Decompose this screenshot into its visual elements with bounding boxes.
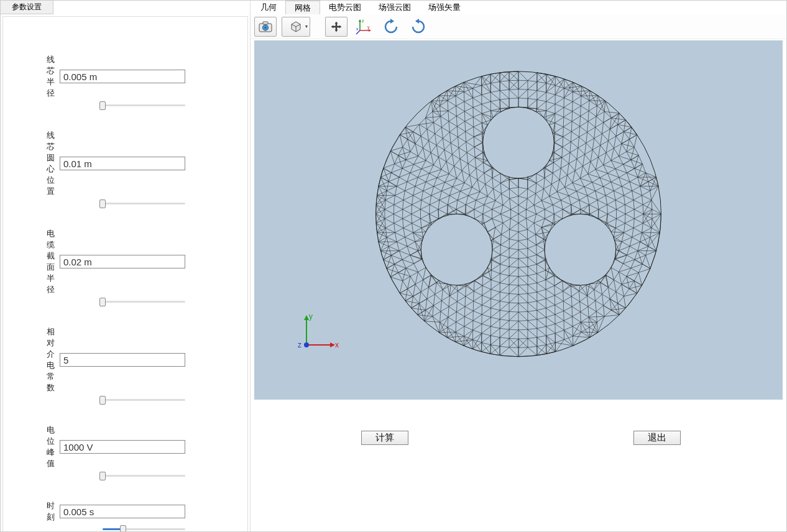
svg-text:z: z [362,19,364,23]
tab-3[interactable]: 场强云图 [370,1,420,14]
view-tabs: 几何网格电势云图场强云图场强矢量 [251,1,786,14]
param-input-2[interactable] [60,255,185,268]
param-row: 线芯圆心位置 [3,130,185,208]
param-input-0[interactable] [60,70,185,83]
svg-marker-22 [304,315,309,320]
param-row: 相对介电常数 [3,326,185,405]
param-slider-5[interactable] [103,525,185,532]
svg-point-24 [304,342,309,347]
viewport-toolbar: zyx [251,14,786,39]
param-input-3[interactable] [60,353,185,367]
param-input-4[interactable] [60,440,185,454]
param-slider-4[interactable] [103,472,185,480]
param-label: 电缆截面半径 [40,228,60,295]
param-input-1[interactable] [60,157,185,170]
main-panel: 几何网格电势云图场强云图场强矢量 zyx [251,1,786,531]
pan-button[interactable] [325,17,347,37]
param-label: 相对介电常数 [40,326,60,393]
svg-point-16 [545,214,616,285]
svg-marker-7 [369,29,371,32]
param-row: 线芯半径 [3,54,185,110]
params-panel: 线芯半径 线芯圆心位置 电缆截面半径 相对介电常数 [2,16,248,532]
tab-4[interactable]: 场强矢量 [420,1,469,14]
view-cube-button[interactable] [282,17,310,37]
svg-marker-5 [359,19,361,22]
camera-button[interactable] [254,17,277,37]
svg-text:y: y [309,313,313,321]
svg-point-3 [264,26,267,29]
svg-point-17 [421,214,492,285]
param-input-5[interactable] [60,505,185,518]
mesh-viewport[interactable]: x y z [254,40,783,400]
tab-1[interactable]: 网格 [285,1,320,14]
param-label: 时刻 [40,500,60,523]
param-slider-0[interactable] [103,101,185,110]
svg-text:y: y [367,25,370,30]
exit-button[interactable]: 退出 [633,431,681,445]
param-row: 电位峰值 [3,424,185,480]
sidebar: 参数设置 线芯半径 线芯圆心位置 电缆截面半径 [1,1,251,531]
param-row: 时刻 [3,500,185,532]
svg-text:x: x [335,341,339,349]
sidebar-tab-params[interactable]: 参数设置 [1,1,53,14]
svg-marker-13 [415,19,419,24]
tab-2[interactable]: 电势云图 [320,1,370,14]
svg-marker-12 [390,19,394,24]
svg-point-15 [483,107,555,178]
svg-text:z: z [298,341,301,349]
param-slider-2[interactable] [103,298,185,306]
axes-toggle-button[interactable]: zyx [352,17,375,37]
svg-marker-19 [330,342,335,347]
param-label: 电位峰值 [40,424,60,469]
param-label: 线芯半径 [40,54,60,99]
rotate-cw-button[interactable] [407,17,430,37]
rotate-ccw-button[interactable] [380,17,402,37]
tab-0[interactable]: 几何 [252,1,285,14]
svg-rect-1 [263,22,268,24]
param-row: 电缆截面半径 [3,228,185,306]
axes-triad-icon: x y z [295,313,339,356]
compute-button[interactable]: 计算 [361,431,408,445]
param-slider-3[interactable] [103,396,185,405]
param-slider-1[interactable] [103,200,185,208]
svg-text:x: x [356,27,359,31]
param-label: 线芯圆心位置 [40,130,60,197]
